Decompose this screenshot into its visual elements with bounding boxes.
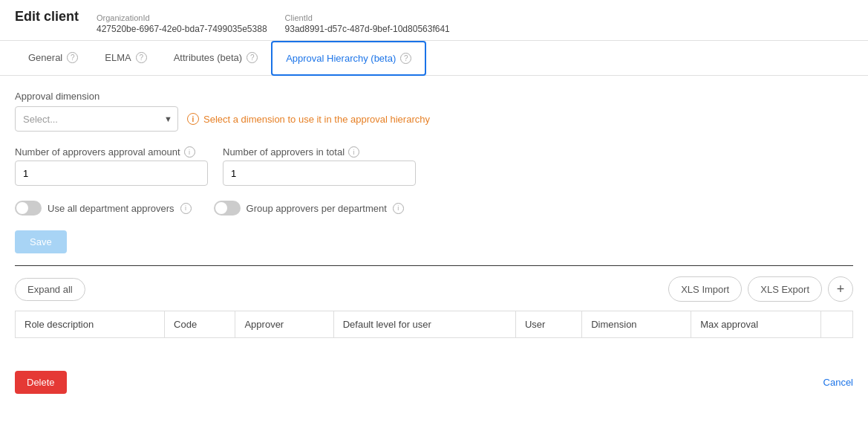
toggles-row: Use all department approvers i Group app… (15, 201, 853, 216)
numbers-row: Number of approvers approval amount i Nu… (15, 146, 853, 186)
num-approvers-total-field: Number of approvers in total i (223, 146, 416, 186)
num-approvers-amount-input[interactable] (15, 161, 208, 186)
num-approvers-amount-label-text: Number of approvers approval amount (15, 146, 180, 158)
client-id-label: ClientId (285, 13, 450, 22)
xls-import-button[interactable]: XLS Import (668, 276, 742, 302)
use-all-dept-toggle[interactable] (15, 201, 42, 216)
group-approvers-toggle[interactable] (214, 201, 241, 216)
tab-approval-help-icon[interactable]: ? (400, 53, 411, 64)
use-all-dept-group: Use all department approvers i (15, 201, 192, 216)
tab-general-label: General (28, 52, 62, 63)
info-circle-icon: i (187, 113, 199, 125)
xls-export-button[interactable]: XLS Export (748, 276, 822, 302)
tab-elma-label: ELMA (105, 52, 131, 63)
col-dimension: Dimension (582, 311, 691, 338)
use-all-dept-info-icon[interactable]: i (180, 203, 192, 214)
cancel-link[interactable]: Cancel (823, 377, 853, 388)
org-id-value: 427520be-6967-42e0-bda7-7499035e5388 (97, 24, 267, 34)
client-id-group: ClientId 93ad8991-d57c-487d-9bef-10d8056… (285, 13, 450, 34)
col-role: Role description (16, 311, 165, 338)
approval-dimension-wrapper: Select... ▼ (15, 106, 178, 132)
delete-button[interactable]: Delete (15, 371, 67, 394)
col-default-level: Default level for user (333, 311, 515, 338)
toolbar-right: XLS Import XLS Export + (668, 276, 853, 302)
use-all-dept-label: Use all department approvers (48, 203, 174, 214)
expand-all-button[interactable]: Expand all (15, 278, 85, 301)
org-id-label: OrganizationId (97, 13, 267, 22)
tab-elma[interactable]: ELMA ? (91, 42, 160, 75)
col-actions (821, 311, 853, 338)
page-footer: Delete Cancel (0, 359, 868, 406)
content-area: Approval dimension Select... ▼ i Select … (0, 76, 868, 353)
num-approvers-total-label-row: Number of approvers in total i (223, 146, 416, 158)
num-approvers-total-input[interactable] (223, 161, 416, 186)
tab-approval[interactable]: Approval Hierarchy (beta) ? (271, 41, 426, 76)
approval-dimension-label: Approval dimension (15, 91, 853, 102)
num-approvers-total-label-text: Number of approvers in total (223, 146, 345, 158)
select-row: Select... ▼ i Select a dimension to use … (15, 106, 853, 132)
add-row-button[interactable]: + (828, 276, 853, 302)
col-approver: Approver (235, 311, 333, 338)
tab-general-help-icon[interactable]: ? (67, 52, 78, 63)
tab-elma-help-icon[interactable]: ? (136, 52, 147, 63)
group-approvers-label: Group approvers per department (247, 203, 387, 214)
num-approvers-amount-label-row: Number of approvers approval amount i (15, 146, 208, 158)
table-toolbar: Expand all XLS Import XLS Export + (15, 276, 853, 302)
page-header: Edit client OrganizationId 427520be-6967… (0, 0, 868, 41)
client-id-value: 93ad8991-d57c-487d-9bef-10d80563f641 (285, 24, 450, 34)
approval-dimension-section: Approval dimension Select... ▼ i Select … (15, 91, 853, 132)
num-approvers-total-info-icon[interactable]: i (348, 146, 359, 158)
tab-general[interactable]: General ? (15, 42, 91, 75)
tabs-bar: General ? ELMA ? Attributes (beta) ? App… (0, 41, 868, 76)
col-max-approval: Max approval (691, 311, 821, 338)
page-title: Edit client (15, 9, 79, 25)
col-code: Code (165, 311, 235, 338)
approval-dimension-select[interactable]: Select... (15, 106, 178, 132)
table-header-row: Role description Code Approver Default l… (16, 311, 853, 338)
save-button[interactable]: Save (15, 230, 67, 253)
group-approvers-group: Group approvers per department i (214, 201, 404, 216)
section-divider (15, 265, 853, 266)
tab-attributes-help-icon[interactable]: ? (247, 52, 258, 63)
num-approvers-amount-info-icon[interactable]: i (184, 146, 195, 158)
tab-attributes-label: Attributes (beta) (174, 52, 243, 63)
tab-approval-label: Approval Hierarchy (beta) (286, 53, 396, 64)
num-approvers-amount-field: Number of approvers approval amount i (15, 146, 208, 186)
org-id-group: OrganizationId 427520be-6967-42e0-bda7-7… (97, 13, 267, 34)
group-approvers-info-icon[interactable]: i (393, 203, 404, 214)
table-head: Role description Code Approver Default l… (16, 311, 853, 338)
dimension-hint-text: Select a dimension to use it in the appr… (203, 114, 430, 125)
approval-table: Role description Code Approver Default l… (15, 311, 853, 338)
col-user: User (515, 311, 581, 338)
tab-attributes[interactable]: Attributes (beta) ? (160, 42, 272, 75)
dimension-hint: i Select a dimension to use it in the ap… (187, 113, 430, 125)
